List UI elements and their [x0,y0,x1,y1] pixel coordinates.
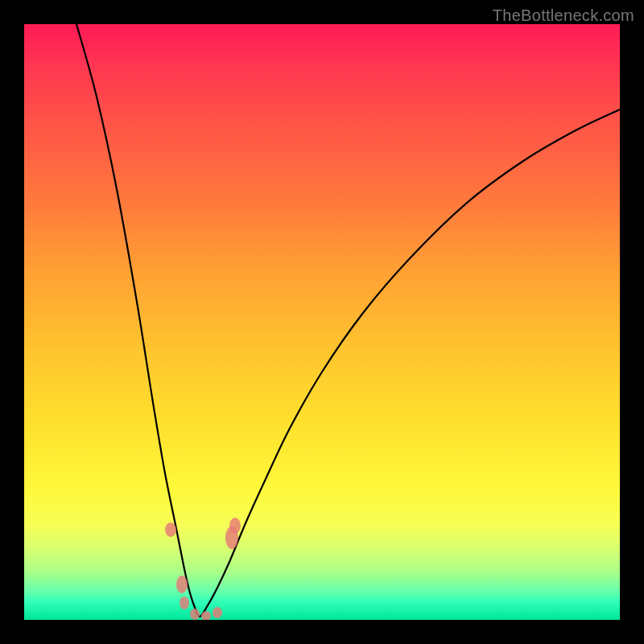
data-marker [229,518,241,534]
data-marker [176,576,188,593]
data-marker [180,597,189,609]
bottleneck-curve [76,24,620,617]
chart-frame [24,24,620,620]
watermark-text: TheBottleneck.com [493,6,634,25]
data-marker [190,609,200,620]
data-marker [165,522,176,537]
chart-svg [24,24,620,620]
data-marker [213,607,222,618]
